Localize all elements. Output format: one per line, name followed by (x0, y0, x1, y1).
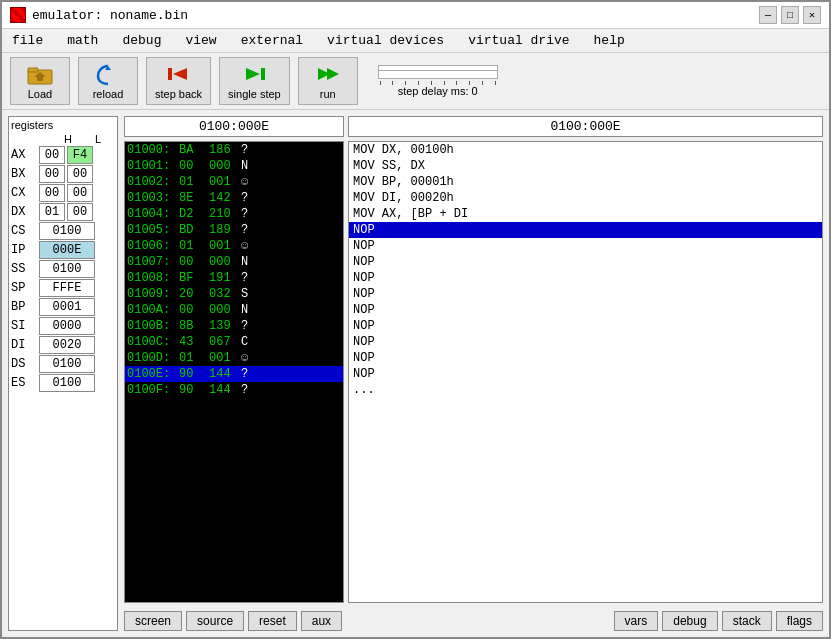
reg-cx-h[interactable]: 00 (39, 184, 65, 202)
maximize-button[interactable]: □ (781, 6, 799, 24)
main-window: emulator: noname.bin — □ ✕ filemathdebug… (0, 0, 831, 639)
register-cx: CX 00 00 (11, 184, 115, 202)
disasm-row[interactable]: NOP (349, 222, 822, 238)
title-bar-left: emulator: noname.bin (10, 7, 188, 23)
disasm-row[interactable]: NOP (349, 366, 822, 382)
reg-di-name: DI (11, 338, 39, 352)
bottom-btn-flags[interactable]: flags (776, 611, 823, 631)
reg-ss-val[interactable]: 0100 (39, 260, 95, 278)
memory-row[interactable]: 01002:01001☺ (125, 174, 343, 190)
memory-row[interactable]: 01007:00000N (125, 254, 343, 270)
reg-bp-val[interactable]: 0001 (39, 298, 95, 316)
reg-di-val[interactable]: 0020 (39, 336, 95, 354)
memory-row[interactable]: 01004:D2210? (125, 206, 343, 222)
reg-bp-name: BP (11, 300, 39, 314)
reg-si-name: SI (11, 319, 39, 333)
disasm-row[interactable]: NOP (349, 350, 822, 366)
bottom-btn-aux[interactable]: aux (301, 611, 342, 631)
load-label: Load (28, 88, 52, 100)
memory-row[interactable]: 01000:BA186? (125, 142, 343, 158)
memory-row[interactable]: 0100C:43067C (125, 334, 343, 350)
registers-panel: registers H L AX 00 F4 BX 00 00 CX 00 00 (8, 116, 118, 631)
menu-item-view[interactable]: view (181, 31, 220, 50)
addr-right-container: 0100:000E (348, 116, 823, 137)
disasm-row[interactable]: MOV DX, 00100h (349, 142, 822, 158)
memory-row[interactable]: 0100B:8B139? (125, 318, 343, 334)
memory-row[interactable]: 0100E:90144? (125, 366, 343, 382)
memory-scroll[interactable]: 01000:BA186?01001:00000N01002:01001☺0100… (125, 142, 343, 602)
reg-bx-h[interactable]: 00 (39, 165, 65, 183)
disasm-container: 01000:BA186?01001:00000N01002:01001☺0100… (124, 141, 823, 603)
disasm-row[interactable]: NOP (349, 334, 822, 350)
svg-rect-6 (261, 68, 265, 80)
reg-header: H L (11, 133, 115, 145)
menu-item-help[interactable]: help (590, 31, 629, 50)
reg-dx-name: DX (11, 205, 39, 219)
step-delay-slider[interactable] (378, 65, 498, 79)
load-button[interactable]: Load (10, 57, 70, 105)
disasm-row[interactable]: NOP (349, 254, 822, 270)
memory-row[interactable]: 01001:00000N (125, 158, 343, 174)
disasm-row[interactable]: NOP (349, 286, 822, 302)
run-button[interactable]: run (298, 57, 358, 105)
reg-ax-l[interactable]: F4 (67, 146, 93, 164)
bottom-btn-debug[interactable]: debug (662, 611, 717, 631)
reg-ds-name: DS (11, 357, 39, 371)
addr-left-container: 0100:000E (124, 116, 344, 137)
disasm-scroll[interactable]: MOV DX, 00100hMOV SS, DXMOV BP, 00001hMO… (349, 142, 822, 602)
run-icon (314, 62, 342, 86)
bottom-btn-source[interactable]: source (186, 611, 244, 631)
reg-dx-h[interactable]: 01 (39, 203, 65, 221)
bottom-btn-vars[interactable]: vars (614, 611, 659, 631)
reg-cx-l[interactable]: 00 (67, 184, 93, 202)
reg-col-h-label: H (55, 133, 81, 145)
reg-ax-h[interactable]: 00 (39, 146, 65, 164)
reload-button[interactable]: reload (78, 57, 138, 105)
bottom-btn-reset[interactable]: reset (248, 611, 297, 631)
disasm-row[interactable]: NOP (349, 318, 822, 334)
bottom-btn-stack[interactable]: stack (722, 611, 772, 631)
reg-bx-l[interactable]: 00 (67, 165, 93, 183)
singlestep-button[interactable]: single step (219, 57, 290, 105)
register-bx: BX 00 00 (11, 165, 115, 183)
menu-item-math[interactable]: math (63, 31, 102, 50)
disasm-row[interactable]: ... (349, 382, 822, 398)
memory-panel: 01000:BA186?01001:00000N01002:01001☺0100… (124, 141, 344, 603)
reg-ip-val[interactable]: 000E (39, 241, 95, 259)
memory-row[interactable]: 01005:BD189? (125, 222, 343, 238)
reg-col-l-label: L (85, 133, 111, 145)
reg-ds-val[interactable]: 0100 (39, 355, 95, 373)
memory-row[interactable]: 01006:01001☺ (125, 238, 343, 254)
minimize-button[interactable]: — (759, 6, 777, 24)
disasm-row[interactable]: NOP (349, 270, 822, 286)
reload-label: reload (93, 88, 124, 100)
register-cs: CS 0100 (11, 222, 115, 240)
disasm-row[interactable]: MOV DI, 00020h (349, 190, 822, 206)
close-button[interactable]: ✕ (803, 6, 821, 24)
reg-dx-l[interactable]: 00 (67, 203, 93, 221)
memory-row[interactable]: 0100D:01001☺ (125, 350, 343, 366)
disasm-row[interactable]: NOP (349, 238, 822, 254)
menu-item-virtual-drive[interactable]: virtual drive (464, 31, 573, 50)
memory-row[interactable]: 0100A:00000N (125, 302, 343, 318)
disasm-row[interactable]: MOV AX, [BP + DI (349, 206, 822, 222)
reg-cs-val[interactable]: 0100 (39, 222, 95, 240)
bottom-btn-screen[interactable]: screen (124, 611, 182, 631)
memory-row[interactable]: 01003:8E142? (125, 190, 343, 206)
memory-row[interactable]: 01009:20032S (125, 286, 343, 302)
memory-row[interactable]: 01008:BF191? (125, 270, 343, 286)
disasm-row[interactable]: NOP (349, 302, 822, 318)
reg-si-val[interactable]: 0000 (39, 317, 95, 335)
register-di: DI 0020 (11, 336, 115, 354)
menu-item-debug[interactable]: debug (118, 31, 165, 50)
reg-es-val[interactable]: 0100 (39, 374, 95, 392)
disasm-row[interactable]: MOV SS, DX (349, 158, 822, 174)
stepback-button[interactable]: step back (146, 57, 211, 105)
menu-item-virtual-devices[interactable]: virtual devices (323, 31, 448, 50)
memory-row[interactable]: 0100F:90144? (125, 382, 343, 398)
disasm-row[interactable]: MOV BP, 00001h (349, 174, 822, 190)
menu-item-external[interactable]: external (237, 31, 307, 50)
register-ds: DS 0100 (11, 355, 115, 373)
menu-item-file[interactable]: file (8, 31, 47, 50)
reg-sp-val[interactable]: FFFE (39, 279, 95, 297)
